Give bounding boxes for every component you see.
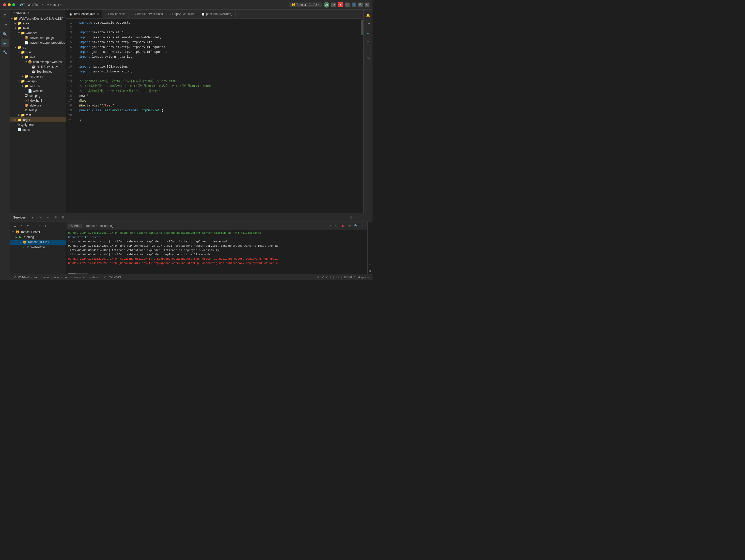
more-options[interactable]: ⋯ xyxy=(345,3,350,7)
stop-log-icon[interactable]: ■ xyxy=(340,223,346,229)
redeploy-icon[interactable]: ↻ xyxy=(333,223,339,229)
fullscreen-button[interactable] xyxy=(12,3,15,6)
sidebar-item--gitignore[interactable]: ⊘.gitignore xyxy=(10,122,66,127)
plugin-icon[interactable]: ◫ xyxy=(365,55,372,62)
more-icon[interactable]: ⋯ xyxy=(1,270,9,278)
add-service-icon[interactable]: + xyxy=(45,215,51,220)
sidebar-item-web-xml[interactable]: 📄web.xml xyxy=(10,89,66,93)
webtest-artifact-item[interactable]: ✓ ⊙ WebTest:w… xyxy=(10,245,66,250)
line-separator[interactable]: LF xyxy=(336,276,339,279)
tab-HttpServlet[interactable]: ○ HttpServlet.class xyxy=(166,10,198,18)
encoding[interactable]: UTF-8 xyxy=(344,276,352,279)
sidebar-item-target[interactable]: ▶📁target xyxy=(10,118,66,122)
running-item[interactable]: ▶ ▶ Running xyxy=(10,234,66,240)
tab-pom[interactable]: 📄 pom.xml (WebTest) xyxy=(198,10,235,18)
server-tab[interactable]: Server xyxy=(68,224,82,228)
collapse-all-icon[interactable]: ▲ xyxy=(12,223,18,228)
sidebar-item-src[interactable]: ▼📁src xyxy=(10,45,66,50)
sidebar-item-resources[interactable]: ▶📁resources xyxy=(10,74,66,79)
tomcat-server-item[interactable]: ▼ 🐱 Tomcat Server xyxy=(10,229,66,234)
add2-icon[interactable]: + xyxy=(37,223,42,228)
settings-panel-icon[interactable]: ⋮ xyxy=(356,215,362,220)
vim-icon[interactable]: V xyxy=(322,276,323,279)
tab-Servlet[interactable]: ○ Servlet.class xyxy=(102,10,129,18)
sidebar-item-helloservlet-java[interactable]: ☕HelloServlet.java xyxy=(10,64,66,69)
sidebar-item-web-inf[interactable]: ▼📁WEB-INF xyxy=(10,84,66,89)
sidebar-item-wrapper[interactable]: ▼📁wrapper xyxy=(10,31,66,35)
minimize-panel-icon[interactable]: — xyxy=(364,215,369,220)
eye-icon[interactable]: 👁 xyxy=(24,223,30,228)
close-button[interactable] xyxy=(3,3,6,6)
wrap-icon[interactable]: ≡ xyxy=(367,262,373,267)
sidebar-item-index-html[interactable]: ◇index.html xyxy=(10,98,66,103)
tomcat-version-item[interactable]: ▼ 🐱 Tomcat 10.1.23 xyxy=(10,240,66,245)
sidebar-item-maven-wrapper-properties[interactable]: 📄maven-wrapper.properties xyxy=(10,40,66,45)
rerun-icon[interactable]: ↺ xyxy=(327,223,332,229)
sidebar-item-mvnw[interactable]: 📄mvnw xyxy=(10,127,66,132)
clear-icon[interactable]: 🗑 xyxy=(367,268,373,273)
sidebar-toggle[interactable]: ☰ xyxy=(1,12,9,20)
indent-size[interactable]: 4 spaces xyxy=(358,276,369,279)
indent-icon[interactable]: ⊟ xyxy=(354,275,356,279)
sidebar-item-testservlet[interactable]: ☕TestServlet xyxy=(10,69,66,74)
more2-icon[interactable]: ⋮ xyxy=(43,223,48,228)
sidebar-item-webapp[interactable]: ▼📁webapp xyxy=(10,79,66,84)
catalina-log-tab[interactable]: Tomcat Catalina Log xyxy=(83,224,116,228)
code-line-7: import jakarta.servlet.http.HttpServletR… xyxy=(79,50,357,55)
sidebar-item-main[interactable]: ▼📁main xyxy=(10,50,66,55)
sidebar-item-icon-png[interactable]: 🖼icon.png xyxy=(10,93,66,98)
minimize-button[interactable] xyxy=(8,3,11,6)
sidebar-item-webtest[interactable]: ▶📁WebTest ~/Desktop/CS/JavaEE/1 JavaW… xyxy=(10,16,66,21)
sidebar-header[interactable]: Project ▾ xyxy=(10,10,66,16)
filter-icon[interactable]: ⊟ xyxy=(53,215,58,220)
search-icon[interactable]: 🔍 xyxy=(1,30,9,38)
search-icon[interactable]: 🔍 xyxy=(358,3,363,7)
project-name[interactable]: WT WebTest ▾ xyxy=(20,3,43,7)
tab-GenericServlet[interactable]: ○ GenericServlet.class xyxy=(129,10,166,18)
ai-icon2[interactable]: ⬡ xyxy=(365,46,372,53)
close-panel-icon[interactable]: ✕ xyxy=(37,215,43,220)
settings-status-icon[interactable]: ⚙ xyxy=(317,275,320,279)
settings-icon[interactable]: ⚙ xyxy=(331,3,336,7)
editor-scrollbar[interactable] xyxy=(360,19,363,213)
ai-button[interactable]: AI xyxy=(324,2,329,8)
breadcrumb-project[interactable]: WebTest xyxy=(18,276,29,279)
tomcat-badge[interactable]: 🐱 Tomcat 10.1.23 ▾ xyxy=(289,3,322,7)
restart-icon[interactable]: ⟳ xyxy=(347,223,352,229)
sidebar-item-java[interactable]: ▼📁java xyxy=(10,55,66,60)
sidebar-item-test-js[interactable]: JStest.js xyxy=(10,108,66,112)
tab-close-icon[interactable]: ✕ xyxy=(97,13,99,15)
code-line-1: package com.example.webtest; xyxy=(79,21,357,25)
group-icon[interactable]: ⊞ xyxy=(60,215,66,220)
expand-icon[interactable]: ▼ xyxy=(30,215,35,220)
more-services-icon[interactable]: ⋯ xyxy=(68,215,73,220)
gear-icon[interactable]: ⚙ xyxy=(365,3,369,7)
maximize-icon[interactable]: ⬡ xyxy=(349,215,354,220)
filter2-icon[interactable]: ≡ xyxy=(31,223,36,228)
plugins-icon[interactable]: 🔧 xyxy=(1,48,9,57)
sidebar-item--idea[interactable]: ▶📁.idea xyxy=(10,21,66,26)
code-content[interactable]: package com.example.webtest; import jaka… xyxy=(76,19,360,213)
branch-selector[interactable]: ⎇ master ▾ xyxy=(45,3,62,7)
ai-assistant-icon[interactable]: ⊙ xyxy=(365,29,372,36)
sidebar-item-test[interactable]: ▶📁test xyxy=(10,112,66,118)
right-sidebar: 🔔 ⎇ ⊙ ✦ ⬡ ◫ xyxy=(363,10,372,213)
sidebar-item-com-example-webtest[interactable]: ▼📦com.example.webtest xyxy=(10,60,66,64)
sidebar-item--mvn[interactable]: ▼📁.mvn xyxy=(10,26,66,31)
sidebar-item-maven-wrapper-jar[interactable]: 📦maven-wrapper.jar xyxy=(10,35,66,40)
run-icon[interactable]: ▶ xyxy=(1,39,9,47)
account-icon[interactable]: 👤 xyxy=(352,3,356,7)
remove-icon[interactable]: ✕ xyxy=(18,223,24,228)
search-log-icon[interactable]: 🔍 xyxy=(353,223,359,229)
copilot-icon[interactable]: ✦ xyxy=(365,38,372,45)
more-log-icon[interactable]: ⋮ xyxy=(360,223,365,229)
vcs-icon[interactable]: ⎇ xyxy=(1,21,9,29)
stop-button[interactable]: ■ xyxy=(338,2,343,7)
scroll-up-icon[interactable]: ↑ xyxy=(367,222,373,228)
tab-more-button[interactable]: ⋮ xyxy=(356,12,363,16)
sidebar-item-style-css[interactable]: 🎨style.css xyxy=(10,103,66,108)
git-icon[interactable]: ⎇ xyxy=(365,20,372,27)
notification-icon[interactable]: 🔔 xyxy=(365,12,372,19)
scroll-down-icon[interactable]: ↓ xyxy=(367,228,373,234)
tab-TestServlet[interactable]: ☕ TestServlet.java ✕ xyxy=(66,10,102,18)
